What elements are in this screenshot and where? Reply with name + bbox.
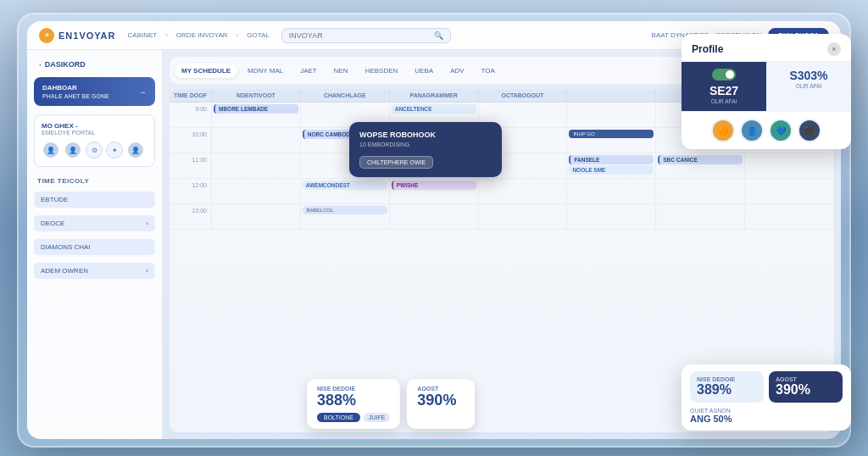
portal-icon-settings[interactable]: ⚙: [86, 142, 103, 158]
cal-event-pwishe[interactable]: PWISHE: [392, 181, 476, 190]
bsc-btn1[interactable]: BOLTIONE: [317, 413, 360, 422]
profile-stat2-value: S303%: [775, 69, 843, 82]
profile-stat2-label: OLIR AFAI: [775, 83, 843, 89]
right-stats-panel: NISE DEDOIE 389% AGOST 390% OUIET ASNON …: [682, 364, 851, 431]
cal-event-mbore[interactable]: MBORE LEMBADE: [214, 104, 298, 114]
tab-jaet[interactable]: JAET: [293, 64, 324, 78]
profile-stats-row: SE27 OLIR AFAI S303% OLIR AFAI: [682, 62, 851, 112]
rs-card2-value: 390%: [776, 382, 836, 398]
cal-event-fansele[interactable]: FANSELE: [569, 155, 654, 164]
cal-header-3: PANAGRAMMER: [390, 89, 479, 102]
avatar-2: 👤: [64, 141, 82, 159]
cal-header-5: [567, 89, 656, 102]
tab-mdny-mal[interactable]: MDNY MAL: [241, 64, 290, 78]
cal-cell-4-2: AWEMCONDEST: [301, 179, 390, 203]
avatar-3: 👤: [126, 141, 145, 159]
cal-cell-2-1: [212, 128, 301, 153]
event-popup: WOPSE ROBOHOOK 10 EMBORDISING CHILTEPHER…: [349, 122, 502, 177]
cal-cell-4-5: [567, 179, 656, 203]
nav-links: CABINET › ORDE INVOYAR › GOTAL: [125, 30, 273, 41]
cal-cell-5-1: [212, 204, 301, 229]
profile-avatars-row: 🟠 👤 💙 ⬛: [682, 112, 851, 149]
search-bar[interactable]: 🔍: [281, 28, 451, 43]
sidebar-nav-item-dashboard[interactable]: DAHBOAR PHALE AHET BE GONE →: [34, 77, 155, 106]
cal-cell-4-3: PWISHE: [390, 179, 479, 203]
rs-sub-row: OUIET ASNON ANG 50%: [690, 408, 843, 424]
event-popup-actions: CHILTEPHERE OWIE: [359, 153, 492, 169]
bsc2-label: AGOST: [417, 386, 465, 392]
cal-cell-5-7: [745, 204, 834, 229]
profile-header: Profile ×: [682, 34, 851, 62]
cal-event-dark-1[interactable]: INUP GO: [569, 130, 654, 138]
cal-time-3: 11:00: [170, 153, 212, 178]
cal-event-ancelt[interactable]: ANCELTENCE: [392, 104, 476, 114]
profile-panel: Profile × SE27 OLIR AFAI S303% OLIR AFAI…: [682, 34, 851, 149]
cal-cell-2-5: INUP GO: [567, 128, 656, 153]
cal-mini-event-1[interactable]: BABELCOL: [303, 206, 387, 214]
cal-cell-4-6: [656, 179, 745, 203]
event-popup-sub: 10 EMBORDISING: [359, 142, 492, 147]
profile-close-btn[interactable]: ×: [827, 42, 841, 56]
profile-avatar-2[interactable]: 👤: [740, 119, 764, 142]
cal-cell-5-5: [567, 204, 656, 229]
nav-link-cabinet[interactable]: CABINET: [125, 30, 161, 41]
cal-time-1: 9:00: [170, 103, 212, 127]
profile-title: Profile: [692, 43, 723, 55]
profile-stat-1: SE27 OLIR AFAI: [682, 62, 766, 111]
logo-text: EN1VOYAR: [58, 31, 116, 41]
profile-avatar-3[interactable]: 💙: [769, 119, 793, 142]
bottom-stat-cards: NISE DEDOIE 388% BOLTIONE JUIFE AGOST 39…: [307, 379, 475, 429]
tab-toa[interactable]: TOA: [475, 64, 502, 78]
cal-cell-3-6: SBC CANICE: [656, 153, 745, 178]
cal-cell-5-3: [390, 204, 479, 229]
search-input[interactable]: [289, 31, 431, 40]
rs-card1-label: NISE DEDOIE: [697, 376, 757, 382]
profile-toggle[interactable]: [712, 69, 736, 81]
tab-nen[interactable]: NEN: [327, 64, 355, 78]
cal-row-4: 12:00 AWEMCONDEST PWISHE: [170, 179, 834, 204]
rs-cards-row: NISE DEDOIE 389% AGOST 390%: [690, 371, 843, 403]
cal-cell-5-6: [656, 204, 745, 229]
bsc-btn2[interactable]: JUIFE: [364, 413, 390, 422]
bottom-stat-card-1: NISE DEDOIE 388% BOLTIONE JUIFE: [307, 379, 400, 429]
portal-icon-fish[interactable]: ✦: [106, 142, 123, 158]
profile-stat-2: S303% OLIR AFAI: [766, 62, 851, 111]
event-popup-btn1[interactable]: CHILTEPHERE OWIE: [359, 156, 433, 169]
sidebar-list-item-0[interactable]: EBTUDE: [34, 192, 155, 208]
cal-header-2: CHANCHLAGE: [301, 89, 390, 102]
tab-my-schedule[interactable]: MY SCHEDULE: [175, 64, 237, 78]
list-item-3-arrow: ›: [146, 267, 148, 275]
logo-area: ☀ EN1VOYAR: [39, 28, 116, 43]
cal-row-3: 11:00 FANSELE NOOLE SME SBC CANICE: [170, 153, 834, 179]
profile-avatar-1[interactable]: 🟠: [711, 119, 735, 142]
tab-hebsden[interactable]: HEBSDEN: [359, 64, 405, 78]
sidebar-list-item-1[interactable]: DEOCE ›: [34, 215, 155, 231]
bsc1-value: 388%: [317, 392, 390, 409]
cal-event-awem[interactable]: AWEMCONDEST: [303, 181, 387, 190]
rs-card-1: NISE DEDOIE 389%: [690, 371, 764, 403]
profile-stat1-label: OLIR AFAI: [690, 98, 758, 104]
rs-sub-label: OUIET ASNON: [690, 408, 843, 414]
portal-section: MO GHEX - EMELOYE PORTAL 👤 👤 ⚙ ✦ 👤: [34, 114, 155, 167]
rs-card2-label: AGOST: [776, 376, 836, 382]
nav-link-gotal[interactable]: GOTAL: [243, 30, 273, 41]
cal-cell-1-1: MBORE LEMBADE: [212, 103, 301, 127]
bsc2-value: 390%: [417, 392, 465, 409]
nav-link-orde[interactable]: ORDE INVOYAR: [173, 30, 231, 41]
cal-event-sbc[interactable]: SBC CANICE: [658, 155, 743, 164]
profile-avatar-4[interactable]: ⬛: [798, 119, 821, 142]
cal-event-noole[interactable]: NOOLE SME: [569, 165, 654, 175]
sidebar-section-title: TIME TEICOLY: [34, 172, 155, 186]
profile-stat1-value: SE27: [690, 84, 758, 97]
cal-header-time: TIME DOOF: [170, 89, 212, 102]
event-popup-title: WOPSE ROBOHOOK: [359, 131, 492, 139]
tab-ueba[interactable]: UEBA: [408, 64, 440, 78]
bottom-stat-card-2: AGOST 390%: [407, 379, 475, 429]
sidebar-list-item-2[interactable]: DIAMONS CHAI: [34, 239, 155, 255]
left-sidebar: › DASIKORD DAHBOAR PHALE AHET BE GONE → …: [27, 50, 163, 439]
avatar-1: 👤: [42, 141, 60, 159]
rs-sub-value: ANG 50%: [690, 414, 843, 424]
tab-adv[interactable]: ADV: [443, 64, 470, 78]
sidebar-list-item-3[interactable]: ADEM OWREN ›: [34, 263, 155, 279]
sidebar-nav-label: DAHBOAR: [42, 84, 109, 92]
